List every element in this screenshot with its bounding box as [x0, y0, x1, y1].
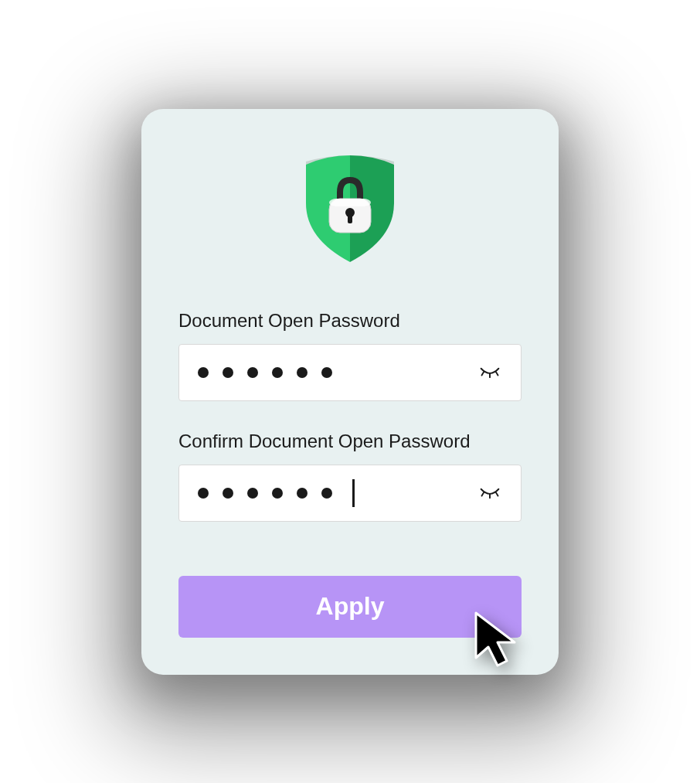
mouse-cursor-icon — [471, 610, 525, 670]
toggle-password-visibility-icon[interactable] — [477, 360, 502, 385]
svg-line-4 — [482, 372, 484, 375]
apply-button-label: Apply — [316, 592, 385, 620]
svg-line-6 — [496, 372, 498, 375]
confirm-password-input[interactable] — [178, 465, 522, 522]
apply-button[interactable]: Apply — [178, 576, 522, 638]
svg-rect-1 — [329, 199, 371, 206]
password-masked-value — [198, 367, 477, 378]
confirm-password-label: Confirm Document Open Password — [178, 431, 522, 452]
shield-icon-container — [178, 148, 522, 264]
password-field-group: Document Open Password — [178, 310, 522, 401]
confirm-password-field-group: Confirm Document Open Password — [178, 431, 522, 522]
password-label: Document Open Password — [178, 310, 522, 332]
svg-line-7 — [482, 492, 484, 495]
svg-rect-3 — [348, 214, 352, 223]
toggle-confirm-password-visibility-icon[interactable] — [477, 481, 502, 506]
text-cursor — [352, 479, 355, 507]
confirm-password-masked-value — [198, 479, 477, 507]
password-input[interactable] — [178, 344, 522, 401]
password-dialog: Document Open Password Confirm Do — [141, 109, 559, 675]
svg-line-9 — [496, 492, 498, 495]
shield-lock-icon — [300, 148, 400, 264]
